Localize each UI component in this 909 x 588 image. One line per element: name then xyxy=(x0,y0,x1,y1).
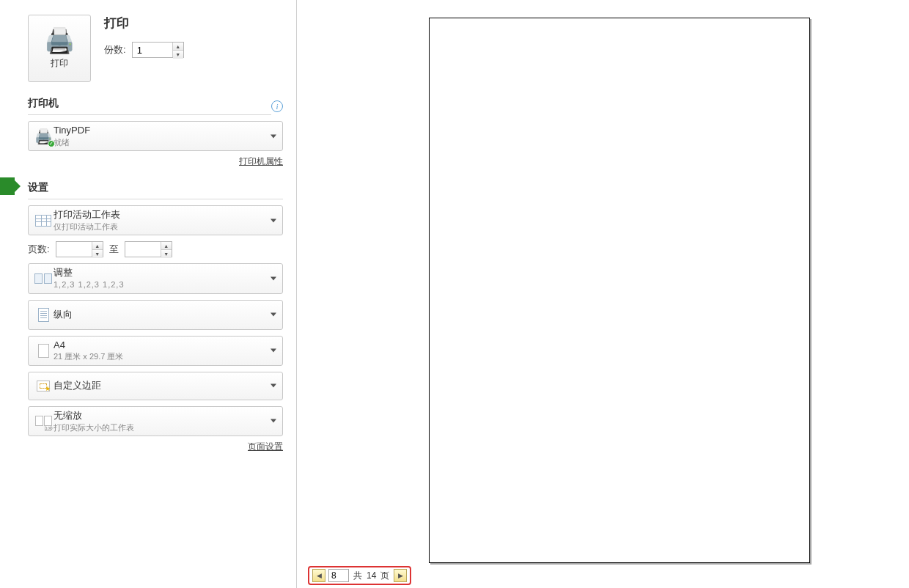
printer-section-title: 打印机 xyxy=(28,97,271,115)
printer-name: TinyPDF xyxy=(54,125,90,137)
collate-sub: 1,2,3 1,2,3 1,2,3 xyxy=(54,279,125,290)
page-to-spinner[interactable]: ▲▼ xyxy=(125,241,172,257)
page-total: 14 xyxy=(367,570,376,581)
printer-select[interactable]: 🖨️ TinyPDF 就绪 xyxy=(28,121,283,151)
chevron-down-icon xyxy=(271,276,276,280)
copies-spinner[interactable]: ▲ ▼ xyxy=(132,42,184,58)
chevron-down-icon xyxy=(271,419,276,423)
prev-page-button[interactable]: ◀ xyxy=(312,569,325,582)
paper-main: A4 xyxy=(54,339,123,352)
print-button-label: 打印 xyxy=(51,57,68,70)
scaling-sub: 打印实际大小的工作表 xyxy=(54,422,134,433)
chevron-down-icon xyxy=(271,384,276,388)
scaling-select[interactable]: 无缩放 打印实际大小的工作表 xyxy=(28,406,283,436)
printer-properties-link[interactable]: 打印机属性 xyxy=(239,156,283,166)
page-to-down[interactable]: ▼ xyxy=(161,250,172,258)
ready-check-icon xyxy=(48,140,55,147)
info-icon[interactable]: i xyxy=(271,100,283,112)
chevron-down-icon xyxy=(271,134,276,138)
collate-select[interactable]: 调整 1,2,3 1,2,3 1,2,3 xyxy=(28,263,283,293)
page-icon xyxy=(33,344,54,358)
chevron-down-icon xyxy=(271,313,276,317)
worksheet-icon xyxy=(33,215,54,227)
settings-section-title: 设置 xyxy=(28,181,283,199)
page-total-suffix: 页 xyxy=(379,570,391,582)
chevron-down-icon xyxy=(271,349,276,353)
paper-size-select[interactable]: A4 21 厘米 x 29.7 厘米 xyxy=(28,336,283,366)
orientation-select[interactable]: 纵向 xyxy=(28,300,283,330)
margins-main: 自定义边距 xyxy=(54,380,101,392)
print-preview-area: ◀ 共 14 页 ▶ xyxy=(297,0,909,588)
scaling-icon xyxy=(33,416,54,426)
margins-icon: ★ xyxy=(33,381,54,392)
chevron-down-icon xyxy=(271,218,276,222)
orientation-main: 纵向 xyxy=(54,309,73,321)
copies-up[interactable]: ▲ xyxy=(173,43,183,51)
page-preview xyxy=(429,18,810,563)
print-what-sub: 仅打印活动工作表 xyxy=(54,221,120,232)
page-from-input[interactable] xyxy=(56,242,92,257)
printer-device-icon: 🖨️ xyxy=(34,128,53,145)
scaling-main: 无缩放 xyxy=(54,410,134,422)
collate-icon xyxy=(33,273,54,284)
collapse-tab[interactable] xyxy=(0,177,15,195)
copies-down[interactable]: ▼ xyxy=(173,51,183,59)
pages-label: 页数: xyxy=(28,243,50,256)
copies-label: 份数: xyxy=(104,43,126,56)
margins-select[interactable]: ★ 自定义边距 xyxy=(28,372,283,400)
print-sidebar: 🖨️ 打印 打印 份数: ▲ ▼ 打印机 i 🖨️ xyxy=(15,0,297,588)
page-to-input[interactable] xyxy=(125,242,161,257)
portrait-icon xyxy=(33,308,54,322)
printer-icon: 🖨️ xyxy=(44,28,75,53)
printer-status: 就绪 xyxy=(54,137,90,147)
print-what-main: 打印活动工作表 xyxy=(54,209,120,221)
page-total-prefix: 共 xyxy=(352,570,364,582)
print-button[interactable]: 🖨️ 打印 xyxy=(28,15,91,82)
paper-sub: 21 厘米 x 29.7 厘米 xyxy=(54,351,123,361)
page-from-spinner[interactable]: ▲▼ xyxy=(56,241,103,257)
page-navigator: ◀ 共 14 页 ▶ xyxy=(308,566,411,585)
page-to-up[interactable]: ▲ xyxy=(161,242,172,250)
page-from-down[interactable]: ▼ xyxy=(92,250,103,258)
left-gutter xyxy=(0,0,15,588)
print-heading: 打印 xyxy=(104,15,184,32)
copies-input[interactable] xyxy=(133,43,172,57)
next-page-button[interactable]: ▶ xyxy=(394,569,407,582)
collate-main: 调整 xyxy=(54,267,125,279)
pages-to-label: 至 xyxy=(109,243,119,256)
page-setup-link[interactable]: 页面设置 xyxy=(248,441,283,452)
current-page-input[interactable] xyxy=(328,569,349,582)
print-what-select[interactable]: 打印活动工作表 仅打印活动工作表 xyxy=(28,205,283,235)
page-from-up[interactable]: ▲ xyxy=(92,242,103,250)
